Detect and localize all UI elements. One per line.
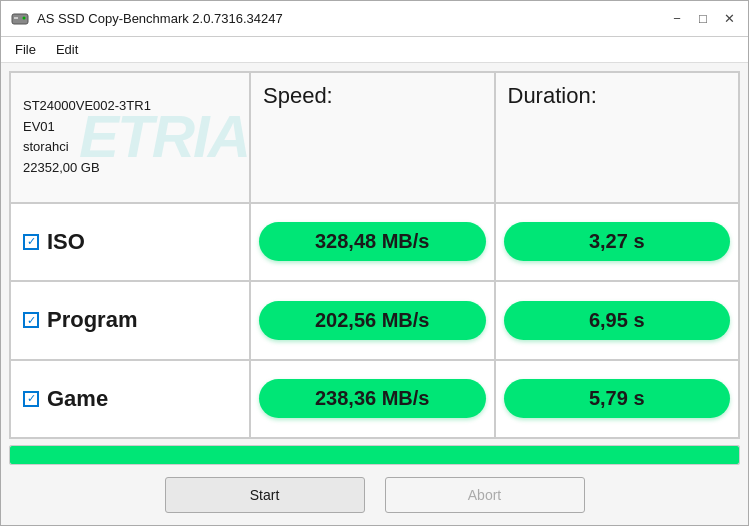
game-label: Game	[47, 386, 108, 412]
drive-info: ETRIA ST24000VE002-3TR1 EV01 storahci 22…	[10, 72, 250, 203]
drive-capacity: 22352,00 GB	[23, 158, 237, 179]
title-bar-left: AS SSD Copy-Benchmark 2.0.7316.34247	[11, 10, 283, 28]
window-title: AS SSD Copy-Benchmark 2.0.7316.34247	[37, 11, 283, 26]
iso-duration-value: 3,27 s	[504, 222, 731, 261]
menu-edit[interactable]: Edit	[48, 40, 86, 59]
program-duration-cell: 6,95 s	[495, 281, 740, 359]
buttons-row: Start Abort	[9, 471, 740, 517]
program-label-cell: Program	[10, 281, 250, 359]
iso-label-cell: ISO	[10, 203, 250, 281]
game-speed-cell: 238,36 MB/s	[250, 360, 495, 438]
iso-duration-cell: 3,27 s	[495, 203, 740, 281]
main-window: AS SSD Copy-Benchmark 2.0.7316.34247 − □…	[0, 0, 749, 526]
game-label-cell: Game	[10, 360, 250, 438]
drive-model: ST24000VE002-3TR1	[23, 96, 237, 117]
iso-label: ISO	[47, 229, 85, 255]
close-button[interactable]: ✕	[720, 10, 738, 28]
game-checkbox[interactable]	[23, 391, 39, 407]
maximize-button[interactable]: □	[694, 10, 712, 28]
benchmark-table: ETRIA ST24000VE002-3TR1 EV01 storahci 22…	[9, 71, 740, 439]
program-duration-value: 6,95 s	[504, 301, 731, 340]
app-icon	[11, 10, 29, 28]
main-content: ETRIA ST24000VE002-3TR1 EV01 storahci 22…	[1, 63, 748, 525]
drive-driver: storahci	[23, 137, 237, 158]
abort-button[interactable]: Abort	[385, 477, 585, 513]
progress-bar-fill	[10, 446, 739, 464]
menu-bar: File Edit	[1, 37, 748, 63]
svg-rect-1	[14, 17, 18, 19]
duration-header: Duration:	[495, 72, 740, 203]
speed-header: Speed:	[250, 72, 495, 203]
game-duration-cell: 5,79 s	[495, 360, 740, 438]
iso-checkbox[interactable]	[23, 234, 39, 250]
program-checkbox[interactable]	[23, 312, 39, 328]
progress-bar-container	[9, 445, 740, 465]
program-speed-cell: 202,56 MB/s	[250, 281, 495, 359]
title-bar-controls: − □ ✕	[668, 10, 738, 28]
minimize-button[interactable]: −	[668, 10, 686, 28]
drive-firmware: EV01	[23, 117, 237, 138]
game-speed-value: 238,36 MB/s	[259, 379, 486, 418]
game-duration-value: 5,79 s	[504, 379, 731, 418]
program-speed-value: 202,56 MB/s	[259, 301, 486, 340]
iso-speed-value: 328,48 MB/s	[259, 222, 486, 261]
menu-file[interactable]: File	[7, 40, 44, 59]
program-label: Program	[47, 307, 137, 333]
iso-speed-cell: 328,48 MB/s	[250, 203, 495, 281]
title-bar: AS SSD Copy-Benchmark 2.0.7316.34247 − □…	[1, 1, 748, 37]
start-button[interactable]: Start	[165, 477, 365, 513]
svg-point-2	[23, 16, 26, 19]
